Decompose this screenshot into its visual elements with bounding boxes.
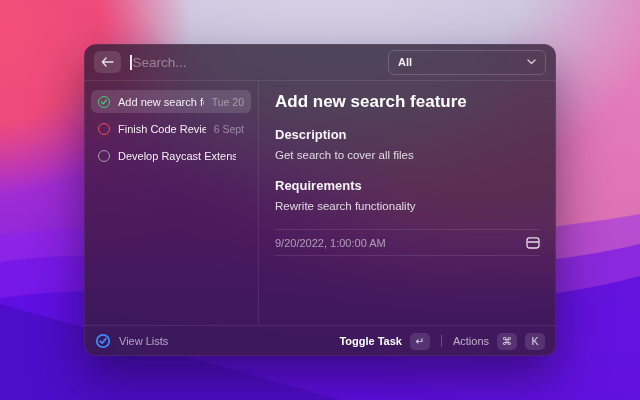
task-row-add-new-search-feature[interactable]: Add new search feature Tue 20 bbox=[91, 90, 251, 113]
toggle-task-action[interactable]: Toggle Task bbox=[339, 335, 402, 347]
search-field[interactable] bbox=[130, 55, 379, 70]
detail-section-requirements: Requirements Rewrite search functionalit… bbox=[275, 178, 540, 212]
section-body: Rewrite search functionality bbox=[275, 200, 540, 212]
task-list: Add new search feature Tue 20 Finish Cod… bbox=[84, 81, 259, 325]
calendar-icon bbox=[526, 236, 540, 249]
task-open-circle-icon[interactable] bbox=[98, 123, 110, 135]
footer-divider bbox=[441, 335, 442, 347]
chevron-down-icon bbox=[527, 59, 536, 65]
window-header: All bbox=[84, 44, 556, 81]
back-button[interactable] bbox=[94, 51, 121, 73]
task-title: Finish Code Reviews bbox=[118, 123, 206, 135]
task-detail-panel: Add new search feature Description Get s… bbox=[259, 81, 556, 325]
task-date: Tue 20 bbox=[212, 96, 244, 108]
detail-section-description: Description Get search to cover all file… bbox=[275, 127, 540, 161]
actions-menu-button[interactable]: Actions bbox=[453, 335, 489, 347]
check-icon bbox=[100, 98, 108, 106]
section-heading: Requirements bbox=[275, 178, 540, 193]
section-heading: Description bbox=[275, 127, 540, 142]
window-footer: View Lists Toggle Task ↵ Actions ⌘ K bbox=[84, 325, 556, 356]
task-row-finish-code-reviews[interactable]: Finish Code Reviews 6 Sept bbox=[91, 117, 251, 140]
task-open-circle-icon[interactable] bbox=[98, 150, 110, 162]
desktop-wallpaper: All Add new search feature Tue 20 bbox=[0, 0, 640, 400]
task-title: Develop Raycast Extension bbox=[118, 150, 236, 162]
k-key-badge: K bbox=[525, 333, 545, 350]
search-input[interactable] bbox=[133, 55, 380, 70]
task-date: 6 Sept bbox=[214, 123, 244, 135]
enter-key-badge: ↵ bbox=[410, 333, 430, 350]
text-caret bbox=[130, 55, 132, 70]
filter-dropdown[interactable]: All bbox=[388, 50, 546, 75]
arrow-left-icon bbox=[101, 57, 114, 67]
task-title: Add new search feature bbox=[118, 96, 204, 108]
task-row-develop-raycast-extension[interactable]: Develop Raycast Extension bbox=[91, 144, 251, 167]
raycast-window: All Add new search feature Tue 20 bbox=[84, 44, 556, 356]
todo-app-icon bbox=[95, 333, 111, 349]
due-date-row: 9/20/2022, 1:00:00 AM bbox=[275, 229, 540, 256]
filter-dropdown-value: All bbox=[398, 56, 412, 68]
window-body: Add new search feature Tue 20 Finish Cod… bbox=[84, 81, 556, 325]
task-done-circle-icon[interactable] bbox=[98, 96, 110, 108]
due-date-value: 9/20/2022, 1:00:00 AM bbox=[275, 237, 386, 249]
view-lists-label[interactable]: View Lists bbox=[119, 335, 168, 347]
detail-title: Add new search feature bbox=[275, 92, 540, 112]
section-body: Get search to cover all files bbox=[275, 149, 540, 161]
cmd-key-badge: ⌘ bbox=[497, 333, 517, 350]
